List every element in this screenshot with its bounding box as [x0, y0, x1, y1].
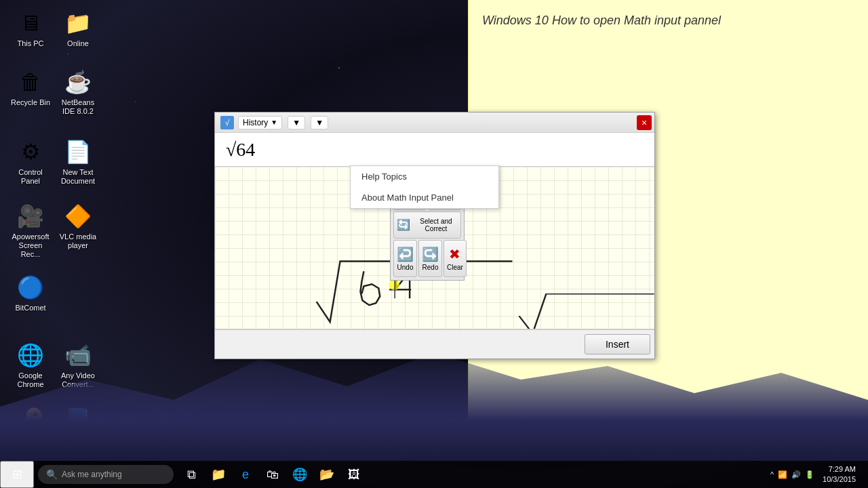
- help-dropdown-menu: Help Topics About Math Input Panel: [350, 165, 499, 209]
- help-topics-item[interactable]: Help Topics: [351, 166, 498, 187]
- folder-taskbar-icon: 📂: [319, 467, 334, 482]
- desktop-icon-key[interactable]: 🔑 Key: [7, 403, 54, 447]
- power-icon: 🔋: [805, 470, 814, 479]
- undo-redo-clear-row: ↩️ Undo ↪️ Redo ✖ Clear: [393, 240, 461, 277]
- dropdown2-chevron-icon: ▼: [315, 118, 323, 127]
- icon-label-new-text: New Text Document: [57, 168, 99, 186]
- file-explorer-icon: 📁: [211, 467, 226, 482]
- undo-icon: ↩️: [397, 246, 414, 262]
- undo-button[interactable]: ↩️ Undo: [393, 240, 417, 277]
- icon-label-vlc: VLC media player: [57, 232, 99, 250]
- desktop-icon-new-text[interactable]: 📄 New Text Document: [54, 136, 102, 188]
- insert-bar: Insert: [215, 329, 654, 359]
- icon-label-recycle-bin: Recycle Bin: [11, 98, 50, 107]
- icon-img-new-ms: 📘: [64, 406, 92, 433]
- start-icon: ⊞: [12, 467, 22, 482]
- chrome-taskbar-button[interactable]: 🌐: [286, 461, 313, 488]
- store-icon: 🛍: [267, 468, 279, 482]
- desktop-icon-any-video[interactable]: 📹 Any Video Convert...: [54, 339, 102, 392]
- desktop-icon-apowersoft[interactable]: 🎥 Apowersoft Screen Rec...: [7, 200, 54, 262]
- icon-img-key: 🔑: [17, 406, 44, 433]
- desktop-icon-vlc[interactable]: 🔶 VLC media player: [54, 200, 102, 253]
- desktop-icon-bitcoin[interactable]: 🔵 BitComet: [7, 271, 54, 315]
- tray-arrow-icon[interactable]: ^: [770, 470, 774, 479]
- task-view-icon: ⧉: [187, 468, 196, 482]
- clear-icon: ✖: [449, 246, 460, 262]
- math-formula-text: √64: [226, 139, 255, 161]
- desktop-icon-recycle-bin[interactable]: 🗑 Recycle Bin: [7, 66, 54, 110]
- history-chevron-icon: ▼: [271, 119, 277, 126]
- icon-label-new-ms: New Microsoft...: [57, 436, 99, 453]
- icon-label-this-pc: This PC: [17, 39, 43, 48]
- desktop-icon-online[interactable]: 📁 Online: [54, 7, 102, 51]
- select-label: Select and Correct: [414, 218, 458, 232]
- math-panel-icon: √: [220, 116, 234, 129]
- toolbar-dropdown1[interactable]: ▼: [288, 116, 305, 129]
- icon-img-apowersoft: 🎥: [17, 203, 44, 230]
- math-formula-bar: √64: [215, 133, 654, 167]
- icon-img-new-text: 📄: [64, 138, 92, 165]
- redo-label: Redo: [422, 264, 439, 271]
- icon-label-online: Online: [67, 39, 89, 48]
- dropdown-chevron-icon: ▼: [292, 118, 300, 127]
- clear-button[interactable]: ✖ Clear: [443, 240, 467, 277]
- start-button[interactable]: ⊞: [0, 461, 34, 488]
- search-input[interactable]: [62, 470, 163, 479]
- folder-taskbar-button[interactable]: 📂: [313, 461, 340, 488]
- icon-label-bitcoin: BitComet: [15, 304, 45, 312]
- math-panel-close-button[interactable]: ×: [637, 115, 652, 130]
- desktop-icon-netbeans[interactable]: ☕ NetBeans IDE 8.0.2: [54, 66, 102, 119]
- toolbar-dropdown2[interactable]: ▼: [311, 116, 328, 129]
- clear-label: Clear: [447, 264, 463, 271]
- photos-button[interactable]: 🖼: [340, 461, 368, 488]
- icon-img-chrome: 🌐: [17, 342, 44, 369]
- icon-img-this-pc: 🖥: [17, 9, 44, 37]
- file-explorer-button[interactable]: 📁: [205, 461, 232, 488]
- icon-img-any-video: 📹: [64, 342, 92, 369]
- select-icon: 🔄: [397, 218, 410, 231]
- svg-point-0: [389, 279, 399, 290]
- network-icon: 📶: [778, 470, 787, 479]
- search-bar[interactable]: 🔍: [38, 465, 174, 484]
- taskbar-right: ^ 📶 🔊 🔋 7:29 AM 10/3/2015: [770, 464, 868, 485]
- undo-label: Undo: [397, 264, 414, 271]
- desktop-icon-new-ms[interactable]: 📘 New Microsoft...: [54, 403, 102, 456]
- desktop-icon-this-pc[interactable]: 🖥 This PC: [7, 7, 54, 51]
- search-icon: 🔍: [46, 469, 58, 480]
- select-row: 🔄 Select and Correct: [393, 211, 461, 239]
- icon-img-control-panel: ⚙: [17, 138, 44, 165]
- icon-label-chrome: Google Chrome: [9, 371, 52, 389]
- redo-button[interactable]: ↪️ Redo: [418, 240, 442, 277]
- clock[interactable]: 7:29 AM 10/3/2015: [817, 464, 861, 485]
- icon-img-netbeans: ☕: [64, 68, 92, 96]
- icon-img-online: 📁: [64, 9, 92, 37]
- icon-label-control-panel: Control Panel: [9, 168, 52, 186]
- sticky-note-text: Windows 10 How to open Math input pannel: [482, 14, 721, 27]
- icon-label-apowersoft: Apowersoft Screen Rec...: [9, 232, 52, 260]
- taskbar: ⊞ 🔍 ⧉ 📁 e 🛍 🌐 📂 🖼 ^ 📶: [0, 461, 868, 488]
- redo-icon: ↪️: [422, 246, 439, 262]
- edge-icon: e: [242, 468, 249, 482]
- icon-label-key: Key: [24, 436, 37, 445]
- store-button[interactable]: 🛍: [259, 461, 286, 488]
- insert-button[interactable]: Insert: [585, 334, 650, 354]
- task-view-button[interactable]: ⧉: [178, 461, 205, 488]
- clock-time: 7:29 AM: [823, 464, 856, 474]
- clock-date: 10/3/2015: [823, 474, 856, 485]
- system-tray: ^ 📶 🔊 🔋: [770, 470, 814, 479]
- icon-img-recycle-bin: 🗑: [17, 68, 44, 96]
- desktop-icon-control-panel[interactable]: ⚙ Control Panel: [7, 136, 54, 188]
- photos-icon: 🖼: [348, 468, 360, 482]
- chrome-taskbar-icon: 🌐: [292, 467, 307, 482]
- desktop: Windows 10 How to open Math input pannel…: [0, 0, 868, 488]
- select-correct-button[interactable]: 🔄 Select and Correct: [393, 211, 461, 239]
- about-mip-item[interactable]: About Math Input Panel: [351, 187, 498, 208]
- math-panel-titlebar: √ History ▼ ▼ ▼ ×: [215, 113, 654, 133]
- desktop-icon-chrome[interactable]: 🌐 Google Chrome: [7, 339, 54, 392]
- history-dropdown[interactable]: History ▼: [238, 116, 282, 129]
- icon-img-bitcoin: 🔵: [17, 274, 44, 301]
- edge-button[interactable]: e: [232, 461, 259, 488]
- volume-icon: 🔊: [791, 470, 801, 479]
- icon-img-vlc: 🔶: [64, 203, 92, 230]
- icon-label-any-video: Any Video Convert...: [57, 371, 99, 389]
